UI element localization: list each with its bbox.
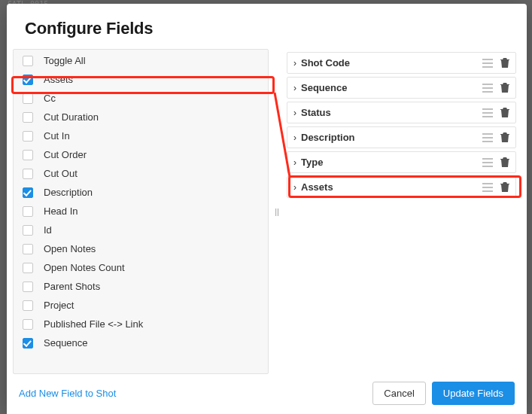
field-checkbox[interactable] — [23, 56, 33, 66]
field-label: Cc — [44, 93, 56, 104]
field-checkbox[interactable] — [23, 93, 33, 104]
cancel-button[interactable]: Cancel — [372, 382, 425, 405]
field-checkbox[interactable] — [23, 338, 33, 349]
drag-handle-icon[interactable] — [482, 108, 493, 117]
chevron-right-icon[interactable]: › — [293, 108, 296, 118]
available-field-row[interactable]: Assets — [14, 70, 268, 89]
field-label: Description — [44, 187, 93, 198]
field-label: Open Notes — [44, 243, 96, 254]
trash-icon[interactable] — [500, 58, 509, 68]
dialog-body: Toggle AllAssetsCcCut DurationCut InCut … — [7, 49, 527, 374]
field-checkbox[interactable] — [23, 112, 33, 123]
available-field-row[interactable]: Head In — [14, 202, 268, 221]
field-checkbox[interactable] — [23, 169, 33, 179]
selected-field-row[interactable]: ›Assets — [287, 176, 516, 198]
available-field-row[interactable]: Cut Duration — [14, 108, 268, 126]
trash-icon[interactable] — [500, 157, 509, 168]
dialog-footer: Add New Field to Shot Cancel Update Fiel… — [7, 374, 527, 414]
splitter-handle-icon: || — [275, 207, 279, 216]
add-new-field-link[interactable]: Add New Field to Shot — [19, 388, 116, 399]
field-checkbox[interactable] — [23, 300, 33, 311]
chevron-right-icon[interactable]: › — [293, 157, 296, 168]
field-label: Cut Duration — [44, 111, 99, 123]
field-checkbox[interactable] — [23, 263, 33, 273]
available-field-row[interactable]: Cut In — [14, 126, 268, 145]
field-label: Project — [44, 300, 74, 311]
available-field-row[interactable]: Open Notes — [14, 239, 268, 258]
field-label: Cut Out — [44, 168, 78, 179]
selected-field-row[interactable]: ›Shot Code — [287, 52, 516, 74]
field-label: Open Notes Count — [44, 262, 125, 273]
selected-field-label: Assets — [301, 181, 482, 193]
available-field-row[interactable]: Cut Out — [14, 164, 268, 183]
update-fields-button[interactable]: Update Fields — [432, 382, 515, 405]
field-label: Assets — [44, 74, 73, 85]
chevron-right-icon[interactable]: › — [293, 58, 296, 68]
selected-field-row[interactable]: ›Status — [287, 102, 516, 123]
field-checkbox[interactable] — [23, 244, 33, 254]
drag-handle-icon[interactable] — [482, 84, 493, 93]
field-label: Id — [44, 224, 52, 236]
field-label: Parent Shots — [44, 281, 100, 292]
available-field-row[interactable]: Toggle All — [14, 51, 268, 70]
trash-icon[interactable] — [500, 83, 509, 93]
field-label: Head In — [44, 205, 78, 217]
available-field-row[interactable]: Description — [14, 183, 268, 202]
drag-handle-icon[interactable] — [482, 158, 493, 167]
field-checkbox[interactable] — [23, 187, 33, 198]
pane-splitter[interactable]: || — [269, 49, 285, 374]
selected-field-row[interactable]: ›Description — [287, 126, 516, 148]
selected-field-label: Status — [301, 107, 482, 118]
selected-field-row[interactable]: ›Sequence — [287, 77, 516, 99]
selected-field-label: Type — [301, 157, 482, 168]
available-field-row[interactable]: Parent Shots — [14, 277, 268, 296]
field-label: Published File <-> Link — [44, 318, 143, 330]
available-fields-pane[interactable]: Toggle AllAssetsCcCut DurationCut InCut … — [13, 49, 269, 374]
chevron-right-icon[interactable]: › — [293, 132, 296, 143]
available-field-row[interactable]: Sequence — [14, 333, 268, 352]
available-field-row[interactable]: Cc — [14, 89, 268, 108]
field-checkbox[interactable] — [23, 131, 33, 142]
dialog-title: Configure Fields — [25, 19, 509, 38]
drag-handle-icon[interactable] — [482, 183, 493, 192]
available-field-row[interactable]: Published File <-> Link — [14, 315, 268, 333]
trash-icon[interactable] — [500, 182, 509, 193]
field-checkbox[interactable] — [23, 225, 33, 236]
field-checkbox[interactable] — [23, 282, 33, 292]
field-label: Cut In — [44, 130, 70, 142]
chevron-right-icon[interactable]: › — [293, 182, 296, 193]
selected-field-label: Shot Code — [301, 57, 482, 68]
field-checkbox[interactable] — [23, 150, 33, 160]
chevron-right-icon[interactable]: › — [293, 83, 296, 93]
field-label: Toggle All — [44, 55, 86, 66]
available-field-row[interactable]: Project — [14, 296, 268, 315]
field-label: Sequence — [44, 337, 88, 349]
drag-handle-icon[interactable] — [482, 133, 493, 142]
selected-fields-pane[interactable]: ›Shot Code›Sequence›Status›Description›T… — [285, 49, 521, 374]
available-field-row[interactable]: Open Notes Count — [14, 258, 268, 277]
trash-icon[interactable] — [500, 108, 509, 118]
available-field-row[interactable]: Cut Order — [14, 145, 268, 164]
configure-fields-dialog: Configure Fields Toggle AllAssetsCcCut D… — [7, 4, 527, 414]
field-label: Cut Order — [44, 149, 87, 160]
field-checkbox[interactable] — [23, 206, 33, 217]
field-checkbox[interactable] — [23, 319, 33, 330]
selected-field-label: Sequence — [301, 82, 482, 93]
selected-field-row[interactable]: ›Type — [287, 151, 516, 173]
field-checkbox[interactable] — [23, 75, 33, 85]
trash-icon[interactable] — [500, 132, 509, 143]
selected-field-label: Description — [301, 132, 482, 143]
available-field-row[interactable]: Id — [14, 221, 268, 239]
dialog-header: Configure Fields — [7, 4, 527, 49]
drag-handle-icon[interactable] — [482, 59, 493, 68]
